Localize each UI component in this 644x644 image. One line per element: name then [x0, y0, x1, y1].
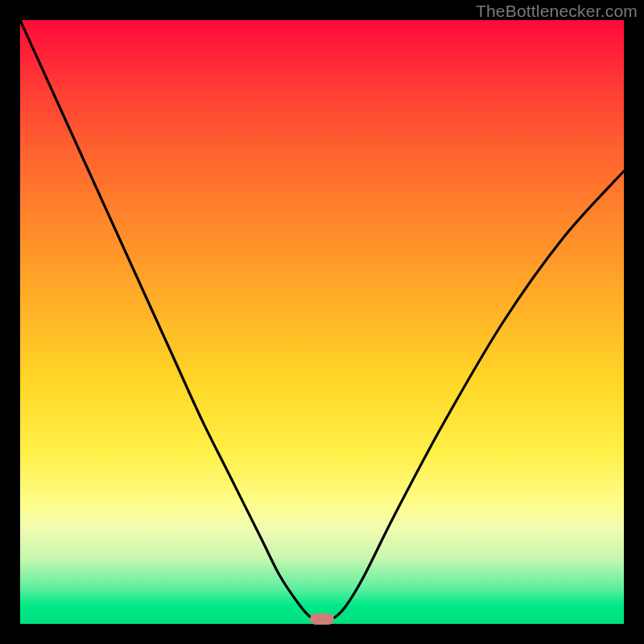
plot-area [20, 20, 624, 624]
watermark-text: TheBottlenecker.com [476, 2, 638, 21]
curve-svg [20, 20, 624, 624]
bottleneck-curve-path [20, 20, 624, 621]
chart-frame: TheBottlenecker.com [0, 0, 644, 644]
optimal-marker [310, 613, 334, 625]
